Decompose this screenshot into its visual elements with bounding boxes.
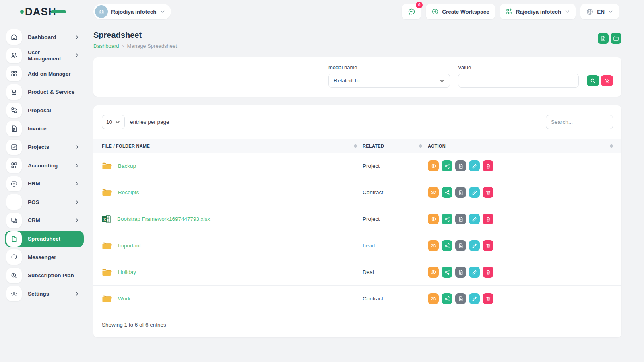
edit-button[interactable] xyxy=(469,293,480,304)
sidebar-item-invoice[interactable]: Invoice xyxy=(5,121,84,137)
create-folder-button[interactable] xyxy=(611,33,621,44)
sort-icon[interactable] xyxy=(354,144,357,148)
delete-button[interactable] xyxy=(483,214,493,224)
sidebar-item-messenger[interactable]: Messenger xyxy=(5,249,84,265)
proposal-icon xyxy=(6,103,22,118)
language-selector[interactable]: EN xyxy=(580,4,619,19)
filter-card: modal name Related To Value xyxy=(93,57,621,97)
share-button[interactable] xyxy=(442,187,452,198)
workspace-selector[interactable]: Rajodiya infotech xyxy=(93,4,171,19)
sort-icon[interactable] xyxy=(610,144,613,148)
sidebar-item-accounting[interactable]: Accounting xyxy=(5,157,84,173)
sidebar-item-settings[interactable]: Settings xyxy=(5,286,84,302)
file-folder-link[interactable]: Receipts xyxy=(118,189,139,195)
view-button[interactable] xyxy=(428,160,439,171)
delete-button[interactable] xyxy=(483,267,493,278)
sidebar-item-user-management[interactable]: User Management xyxy=(5,47,84,64)
page-size-suffix: entries per page xyxy=(130,119,169,125)
share-button[interactable] xyxy=(442,293,452,304)
edit-button[interactable] xyxy=(469,267,480,278)
column-header-label: RELATED xyxy=(363,144,384,148)
sidebar-item-product-service[interactable]: Product & Service xyxy=(5,84,84,100)
pencil-icon xyxy=(472,296,477,302)
view-button[interactable] xyxy=(428,267,439,278)
share-icon xyxy=(444,296,450,302)
eye-icon xyxy=(430,243,436,249)
view-button[interactable] xyxy=(428,187,439,198)
sidebar-item-crm[interactable]: CRM xyxy=(5,212,84,228)
view-button[interactable] xyxy=(428,240,439,251)
delete-button[interactable] xyxy=(483,293,493,304)
sidebar-item-proposal[interactable]: Proposal xyxy=(5,102,84,118)
share-button[interactable] xyxy=(442,267,452,278)
delete-button[interactable] xyxy=(483,240,493,251)
share-button[interactable] xyxy=(442,240,452,251)
file-folder-link[interactable]: Important xyxy=(118,243,141,249)
edit-button[interactable] xyxy=(469,214,480,224)
sidebar-item-pos[interactable]: POS xyxy=(5,194,84,210)
sort-icon[interactable] xyxy=(419,144,422,148)
file-folder-link[interactable]: Bootstrap Framework1697447793.xlsx xyxy=(117,216,210,222)
edit-button[interactable] xyxy=(469,187,480,198)
page-size-select[interactable]: 10 xyxy=(102,115,125,129)
value-input[interactable] xyxy=(458,74,579,88)
column-header-action[interactable]: ACTION xyxy=(428,144,613,148)
edit-button[interactable] xyxy=(469,240,480,251)
trash-icon xyxy=(485,190,491,195)
messenger-icon xyxy=(6,249,22,265)
sidebar-item-projects[interactable]: Projects xyxy=(5,139,84,155)
edit-button[interactable] xyxy=(469,160,480,171)
sidebar-item-subscription-plan[interactable]: Subscription Plan xyxy=(5,267,84,284)
column-header-related[interactable]: RELATED xyxy=(363,144,428,148)
sidebar-item-label: Product & Service xyxy=(28,89,80,95)
file-download-icon xyxy=(458,269,464,275)
model-select-value: Related To xyxy=(334,78,359,84)
download-button[interactable] xyxy=(455,240,466,251)
messages-button[interactable]: 0 xyxy=(402,4,421,19)
model-field-label: modal name xyxy=(328,64,450,70)
file-folder-link[interactable]: Backup xyxy=(118,163,136,169)
accounting-icon xyxy=(6,158,22,173)
sidebar-item-label: Projects xyxy=(28,144,68,150)
delete-button[interactable] xyxy=(483,160,493,171)
eye-icon xyxy=(430,163,436,169)
file-folder-link[interactable]: Holiday xyxy=(118,269,136,275)
breadcrumb-dashboard-link[interactable]: Dashboard xyxy=(93,43,119,49)
sidebar-item-label: Proposal xyxy=(28,107,80,113)
download-button[interactable] xyxy=(455,187,466,198)
table-search-input[interactable] xyxy=(546,115,613,129)
share-icon xyxy=(444,190,450,195)
logo-dot-icon xyxy=(20,10,24,14)
table-row: Important Lead xyxy=(93,232,621,259)
search-icon xyxy=(590,78,596,84)
folder-icon xyxy=(102,241,112,250)
pencil-icon xyxy=(472,269,477,275)
download-button[interactable] xyxy=(455,267,466,278)
workspace-menu[interactable]: Rajodiya infotech xyxy=(500,4,576,19)
file-folder-link[interactable]: Work xyxy=(118,296,130,302)
sidebar-item-spreadsheet[interactable]: Spreadsheet xyxy=(5,231,84,247)
view-button[interactable] xyxy=(428,293,439,304)
model-select[interactable]: Related To xyxy=(328,74,450,88)
share-button[interactable] xyxy=(442,214,452,224)
sidebar-item-label: POS xyxy=(28,199,68,205)
download-button[interactable] xyxy=(455,160,466,171)
view-button[interactable] xyxy=(428,214,439,224)
sidebar-item-hrm[interactable]: HRM xyxy=(5,176,84,192)
apply-filter-button[interactable] xyxy=(587,75,599,86)
download-button[interactable] xyxy=(455,293,466,304)
row-actions xyxy=(428,240,613,251)
create-file-button[interactable] xyxy=(598,33,609,44)
delete-button[interactable] xyxy=(483,187,493,198)
related-value: Contract xyxy=(363,189,428,195)
create-workspace-button[interactable]: Create Workspace xyxy=(426,4,495,19)
download-button[interactable] xyxy=(455,214,466,224)
reset-filter-button[interactable] xyxy=(601,75,613,86)
cart-icon xyxy=(6,84,22,100)
related-value: Lead xyxy=(363,243,428,249)
sidebar-item-add-on-manager[interactable]: Add-on Manager xyxy=(5,66,84,82)
share-button[interactable] xyxy=(442,160,452,171)
sidebar-item-dashboard[interactable]: Dashboard xyxy=(5,29,84,45)
chevron-right-icon xyxy=(74,181,80,186)
column-header-file-folder-name[interactable]: FILE / FOLDER NAME xyxy=(102,144,363,148)
